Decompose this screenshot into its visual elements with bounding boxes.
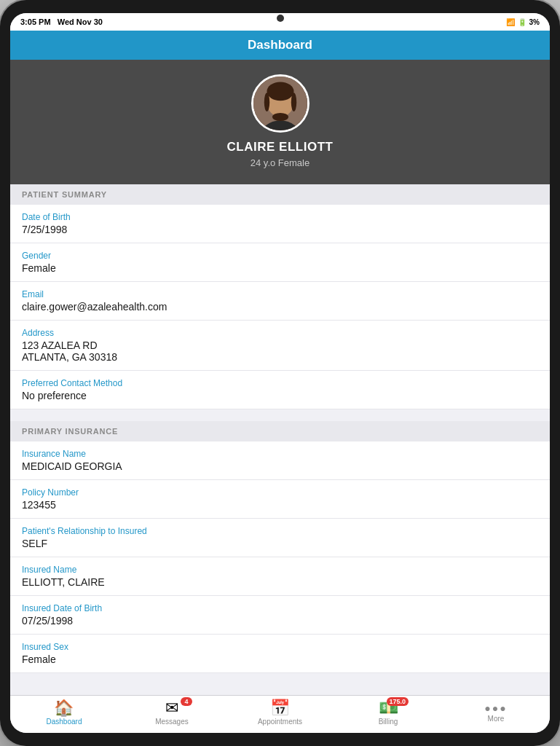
svg-point-5 (264, 93, 269, 111)
battery-icon: 🔋 (518, 18, 527, 26)
email-label: Email (22, 289, 538, 299)
insured-dob-row: Insured Date of Birth 07/25/1998 (10, 596, 550, 635)
insurance-name-value: MEDICAID GEORGIA (22, 460, 538, 472)
relationship-row: Patient's Relationship to Insured SELF (10, 519, 550, 557)
camera-notch (277, 15, 284, 22)
policy-number-label: Policy Number (22, 487, 538, 498)
avatar-image (253, 76, 307, 130)
patient-name: CLAIRE ELLIOTT (227, 140, 334, 154)
appointments-icon: 📅 (270, 700, 290, 716)
svg-point-4 (267, 82, 293, 101)
svg-point-7 (272, 113, 288, 121)
patient-summary-header: PATIENT SUMMARY (10, 184, 550, 205)
section-divider-3 (10, 685, 550, 695)
wifi-icon: 📶 (506, 18, 515, 26)
patient-subtitle: 24 y.o Female (251, 157, 309, 168)
tab-appointments[interactable]: 📅 Appointments (258, 700, 302, 726)
status-time: 3:05 PM (20, 17, 51, 26)
tab-dashboard[interactable]: 🏠 Dashboard (42, 700, 86, 726)
gender-value: Female (22, 262, 538, 274)
email-value: claire.gower@azaleahealth.com (22, 301, 538, 313)
address-label: Address (22, 328, 538, 338)
insurance-name-label: Insurance Name (22, 449, 538, 459)
insurance-name-row: Insurance Name MEDICAID GEORGIA (10, 441, 550, 480)
relationship-value: SELF (22, 538, 538, 549)
status-time-date: 3:05 PM Wed Nov 30 (20, 17, 103, 26)
section-divider-2 (10, 673, 550, 685)
insured-name-label: Insured Name (22, 565, 538, 575)
tab-messages[interactable]: 4 ✉ Messages (150, 700, 194, 726)
insured-sex-label: Insured Sex (22, 642, 538, 652)
address-row: Address 123 AZALEA RDATLANTA, GA 30318 (10, 321, 550, 371)
billing-tab-label: Billing (379, 718, 398, 726)
app-header: Dashboard (10, 31, 550, 60)
insured-sex-row: Insured Sex Female (10, 635, 550, 673)
dashboard-tab-label: Dashboard (47, 718, 82, 726)
insured-dob-label: Insured Date of Birth (22, 603, 538, 613)
email-row: Email claire.gower@azaleahealth.com (10, 282, 550, 321)
messages-tab-label: Messages (155, 718, 189, 726)
dashboard-icon: 🏠 (54, 700, 74, 716)
messages-icon: ✉ (165, 700, 178, 716)
tab-billing[interactable]: 175.0 💵 Billing (366, 700, 410, 726)
gender-label: Gender (22, 251, 538, 261)
policy-number-value: 123455 (22, 499, 538, 511)
dob-value: 7/25/1998 (22, 224, 538, 235)
insurance-header: PRIMARY INSURANCE (10, 421, 550, 441)
section-divider-1 (10, 409, 550, 421)
header-title: Dashboard (248, 38, 312, 52)
contact-method-label: Preferred Contact Method (22, 378, 538, 388)
insured-dob-value: 07/25/1998 (22, 615, 538, 627)
contact-method-value: No preference (22, 390, 538, 401)
insured-name-row: Insured Name ELLIOTT, CLAIRE (10, 557, 550, 596)
dob-row: Date of Birth 7/25/1998 (10, 205, 550, 243)
contact-method-row: Preferred Contact Method No preference (10, 371, 550, 409)
status-date: Wed Nov 30 (58, 17, 103, 26)
address-value: 123 AZALEA RDATLANTA, GA 30318 (22, 339, 538, 363)
tab-more[interactable]: ●●● More (474, 703, 518, 723)
more-tab-label: More (488, 715, 505, 723)
avatar (251, 74, 309, 133)
profile-section: CLAIRE ELLIOTT 24 y.o Female (10, 60, 550, 184)
relationship-label: Patient's Relationship to Insured (22, 526, 538, 536)
appointments-tab-label: Appointments (258, 718, 302, 726)
more-icon: ●●● (484, 703, 507, 713)
tab-bar: 🏠 Dashboard 4 ✉ Messages 📅 Appointments … (10, 695, 550, 733)
svg-point-6 (291, 93, 296, 111)
dob-label: Date of Birth (22, 212, 538, 222)
insured-sex-value: Female (22, 653, 538, 665)
messages-badge: 4 (181, 697, 192, 706)
tablet-frame: 3:05 PM Wed Nov 30 📶 🔋 3% Dashboard (0, 0, 560, 746)
insured-name-value: ELLIOTT, CLAIRE (22, 576, 538, 588)
policy-number-row: Policy Number 123455 (10, 480, 550, 519)
gender-row: Gender Female (10, 243, 550, 282)
content-area[interactable]: PATIENT SUMMARY Date of Birth 7/25/1998 … (10, 184, 550, 695)
status-icons: 📶 🔋 3% (506, 18, 540, 26)
tablet-screen: 3:05 PM Wed Nov 30 📶 🔋 3% Dashboard (10, 13, 550, 733)
battery-level: 3% (529, 18, 540, 26)
billing-badge: 175.0 (387, 697, 409, 706)
